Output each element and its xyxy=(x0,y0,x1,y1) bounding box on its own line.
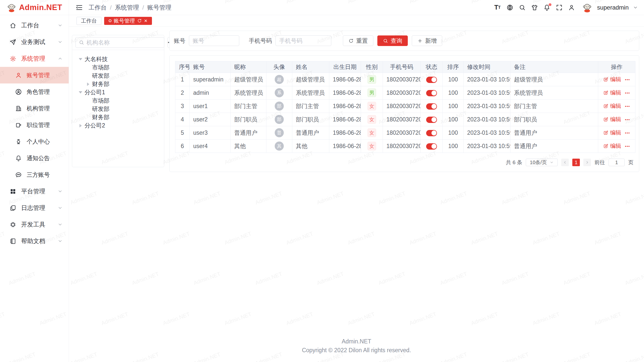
refresh-icon[interactable] xyxy=(137,18,142,23)
sidebar-item-label: 账号管理 xyxy=(27,71,50,79)
status-toggle[interactable] xyxy=(426,130,437,136)
edit-icon xyxy=(603,144,608,149)
tab-account-active[interactable]: 账号管理 × xyxy=(104,17,152,25)
sidebar-item-label: 角色管理 xyxy=(27,88,50,96)
row-more-button[interactable]: ••• xyxy=(625,91,630,95)
sidebar-item-label: 帮助文档 xyxy=(21,237,45,245)
user-avatar[interactable] xyxy=(582,2,592,13)
sidebar-item-label: 系统管理 xyxy=(21,55,45,63)
row-more-button[interactable]: ••• xyxy=(625,104,630,108)
username[interactable]: superadmin xyxy=(597,4,629,11)
add-button[interactable]: 新增 xyxy=(412,35,442,46)
edit-button[interactable]: 编辑 xyxy=(603,102,621,110)
col-order: 排序 xyxy=(443,61,464,73)
edit-button[interactable]: 编辑 xyxy=(603,142,621,150)
status-toggle[interactable] xyxy=(426,90,437,96)
sidebar-item-notice[interactable]: 通知公告 xyxy=(0,150,69,166)
caret-down-icon[interactable] xyxy=(78,90,83,95)
sidebar-item-third-account[interactable]: 三方账号 xyxy=(0,166,69,183)
tree-node[interactable]: 研发部 xyxy=(74,72,162,80)
sidebar-item-org[interactable]: 机构管理 xyxy=(0,100,69,117)
caret-right-icon[interactable] xyxy=(78,123,83,128)
goto-page-input[interactable] xyxy=(609,159,625,166)
chevron-down-icon[interactable] xyxy=(633,5,638,10)
row-more-button[interactable]: ••• xyxy=(625,131,630,135)
sidebar-item-workbench[interactable]: 工作台 xyxy=(0,17,69,34)
notification-bell-icon[interactable] xyxy=(543,4,551,12)
cell-phone: 18020030720 xyxy=(383,126,421,140)
logo-monkey-icon xyxy=(7,3,17,13)
sidebar-item-devtools[interactable]: 开发工具 xyxy=(0,216,69,233)
table-row: 2 admin 系统管理员 系 系统管理员 1986-06-28 男 18020… xyxy=(175,86,635,100)
cell-birth: 1986-06-28 xyxy=(329,140,361,153)
fullscreen-icon[interactable] xyxy=(555,4,563,12)
account-input[interactable] xyxy=(189,35,239,46)
language-icon[interactable] xyxy=(506,4,514,12)
user-icon[interactable] xyxy=(568,4,576,12)
tree-node-label: 研发部 xyxy=(92,105,109,113)
col-birth: 出生日期 xyxy=(329,61,361,73)
tree-node-label: 分公司1 xyxy=(85,88,105,96)
next-page-button[interactable] xyxy=(583,159,591,166)
prev-page-button[interactable] xyxy=(561,159,569,166)
sidebar-item-role[interactable]: 角色管理 xyxy=(0,83,69,100)
tree-node[interactable]: 研发部 xyxy=(74,105,162,113)
cell-account: user2 xyxy=(190,113,231,126)
sidebar-item-account[interactable]: 账号管理 xyxy=(0,67,69,83)
tree-node[interactable]: 市场部 xyxy=(74,97,162,105)
search-icon[interactable] xyxy=(518,4,526,12)
cell-remark: 部门主管 xyxy=(510,100,598,113)
status-toggle[interactable] xyxy=(426,77,437,83)
edit-button[interactable]: 编辑 xyxy=(603,76,621,83)
status-toggle[interactable] xyxy=(426,103,437,110)
caret-right-icon[interactable] xyxy=(85,81,91,87)
status-toggle[interactable] xyxy=(426,143,437,150)
sidebar-item-system[interactable]: 系统管理 xyxy=(0,50,69,67)
current-page-button[interactable]: 1 xyxy=(572,159,580,166)
theme-shirt-icon[interactable] xyxy=(531,4,539,12)
tab-bar: 工作台 账号管理 × xyxy=(69,15,644,27)
font-size-icon[interactable]: TT xyxy=(494,4,502,12)
row-more-button[interactable]: ••• xyxy=(625,117,630,122)
tree-node[interactable]: 财务部 xyxy=(74,113,162,121)
cell-phone: 18020030720 xyxy=(383,73,421,86)
status-toggle[interactable] xyxy=(426,117,437,123)
query-button[interactable]: 查询 xyxy=(377,35,408,46)
footer: Admin.NET Copyright © 2022 Dilon All rig… xyxy=(69,331,644,362)
org-search-input[interactable] xyxy=(87,39,161,46)
edit-button[interactable]: 编辑 xyxy=(603,129,621,137)
sidebar-item-docs[interactable]: 帮助文档 xyxy=(0,233,69,249)
page-size-select[interactable]: 10条/页 xyxy=(526,159,558,166)
role-icon xyxy=(15,88,22,95)
row-more-button[interactable]: ••• xyxy=(625,77,630,82)
table-row: 5 user3 普通用户 普 普通用户 1986-06-28 女 1802003… xyxy=(175,126,635,140)
reset-button[interactable]: 重置 xyxy=(343,35,373,46)
tree-node[interactable]: 大名科技 xyxy=(74,55,162,63)
edit-button[interactable]: 编辑 xyxy=(603,89,621,97)
breadcrumb-item[interactable]: 系统管理 xyxy=(115,4,139,12)
col-modified: 修改时间 xyxy=(464,61,510,73)
edit-button[interactable]: 编辑 xyxy=(603,116,621,123)
sidebar-item-position[interactable]: 职位管理 xyxy=(0,117,69,133)
caret-down-icon[interactable] xyxy=(78,57,83,62)
tab-workbench[interactable]: 工作台 xyxy=(76,17,101,25)
sidebar-item-business-test[interactable]: 业务测试 xyxy=(0,34,69,50)
cell-index: 5 xyxy=(175,126,190,140)
menu-fold-icon[interactable] xyxy=(75,4,83,11)
caret-placeholder xyxy=(85,115,91,120)
sidebar-item-profile[interactable]: 个人中心 xyxy=(0,133,69,150)
tree-node[interactable]: 财务部 xyxy=(74,80,162,88)
phone-input[interactable] xyxy=(275,35,331,46)
breadcrumb-item[interactable]: 工作台 xyxy=(89,4,107,12)
filter-buttons: 重置 查询 新增 xyxy=(343,35,442,46)
tree-node-label: 财务部 xyxy=(92,113,109,121)
tree-node[interactable]: 分公司2 xyxy=(74,121,162,130)
row-more-button[interactable]: ••• xyxy=(625,144,630,148)
chip-icon xyxy=(10,221,16,228)
sidebar-item-logs[interactable]: 日志管理 xyxy=(0,200,69,216)
tree-node[interactable]: 分公司1 xyxy=(74,88,162,97)
col-status: 状态 xyxy=(421,61,443,73)
close-icon[interactable]: × xyxy=(144,18,147,24)
sidebar-item-platform[interactable]: 平台管理 xyxy=(0,183,69,200)
tree-node[interactable]: 市场部 xyxy=(74,63,162,72)
